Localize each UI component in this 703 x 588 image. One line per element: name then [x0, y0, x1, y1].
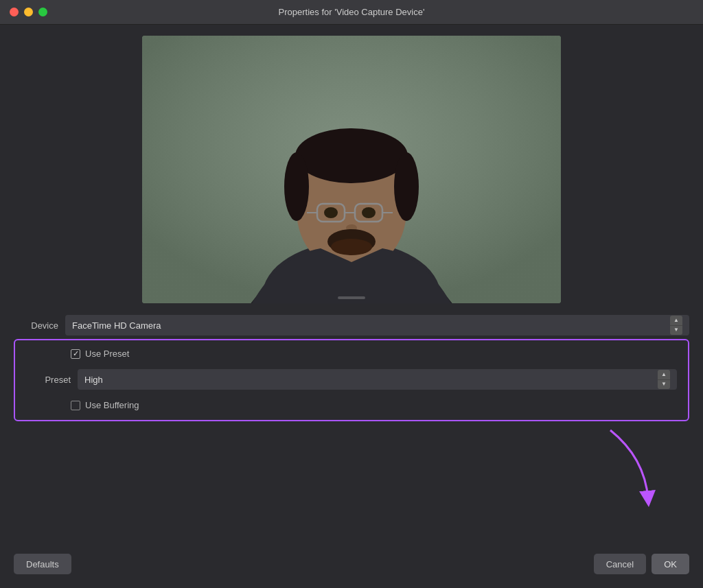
scroll-indicator	[338, 296, 365, 299]
defaults-button[interactable]: Defaults	[14, 554, 71, 574]
window-controls	[10, 8, 47, 16]
bottom-bar: Defaults Cancel OK	[0, 547, 703, 588]
stepper-up-icon[interactable]: ▲	[670, 316, 682, 325]
preset-settings-box: ✓ Use Preset Preset High ▲ ▼	[14, 339, 689, 421]
svg-point-6	[295, 128, 408, 183]
use-preset-checkbox-label[interactable]: ✓ Use Preset	[71, 349, 129, 359]
use-preset-checkbox[interactable]: ✓	[71, 349, 80, 359]
use-preset-row: ✓ Use Preset	[71, 349, 677, 359]
svg-point-8	[394, 152, 419, 221]
use-preset-label: Use Preset	[85, 349, 129, 359]
maximize-button[interactable]	[38, 8, 47, 16]
device-value: FaceTime HD Camera	[72, 320, 161, 331]
preset-stepper-up-icon[interactable]: ▲	[658, 370, 670, 379]
right-buttons: Cancel OK	[594, 554, 689, 574]
preset-value: High	[84, 375, 103, 385]
use-buffering-checkbox-label[interactable]: Use Buffering	[71, 400, 139, 410]
preset-dropdown[interactable]: High ▲ ▼	[78, 369, 677, 390]
device-label: Device	[14, 320, 58, 331]
minimize-button[interactable]	[24, 8, 33, 16]
device-row: Device FaceTime HD Camera ▲ ▼	[14, 313, 689, 338]
stepper-down-icon[interactable]: ▼	[670, 326, 682, 336]
window-title: Properties for 'Video Capture Device'	[279, 7, 425, 17]
video-feed	[142, 36, 561, 303]
titlebar: Properties for 'Video Capture Device'	[0, 0, 703, 25]
device-stepper[interactable]: ▲ ▼	[670, 316, 682, 335]
camera-feed-graphic	[142, 36, 561, 303]
video-preview	[142, 36, 561, 303]
use-buffering-label: Use Buffering	[85, 400, 139, 410]
preset-stepper-down-icon[interactable]: ▼	[658, 380, 670, 390]
main-content: Device FaceTime HD Camera ▲ ▼ ✓ Use Pres…	[0, 25, 703, 588]
preset-row: Preset High ▲ ▼	[26, 367, 677, 392]
svg-point-18	[331, 239, 372, 255]
svg-point-7	[284, 152, 309, 221]
preset-label: Preset	[26, 375, 71, 385]
use-buffering-row: Use Buffering	[71, 400, 677, 410]
preset-stepper[interactable]: ▲ ▼	[658, 370, 670, 389]
ok-button[interactable]: OK	[652, 554, 689, 574]
device-dropdown[interactable]: FaceTime HD Camera ▲ ▼	[65, 315, 689, 336]
cancel-button[interactable]: Cancel	[594, 554, 646, 574]
svg-point-14	[324, 207, 338, 218]
svg-point-15	[362, 207, 376, 218]
checkmark-icon: ✓	[73, 350, 79, 357]
settings-layout: Device FaceTime HD Camera ▲ ▼ ✓ Use Pres…	[14, 313, 689, 421]
close-button[interactable]	[10, 8, 19, 16]
use-buffering-checkbox[interactable]	[71, 401, 80, 410]
